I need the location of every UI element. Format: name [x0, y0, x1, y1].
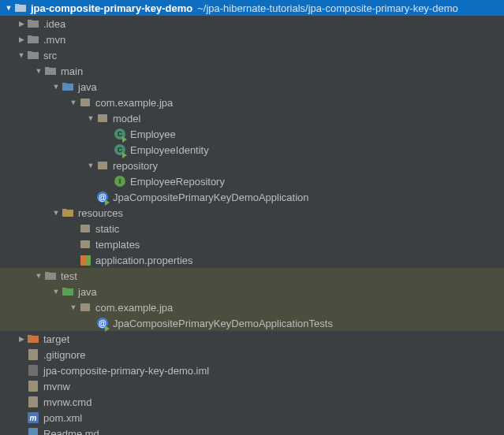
- tree-row-pkg-model[interactable]: ▼ model: [0, 110, 504, 126]
- package-icon: [79, 96, 91, 109]
- chevron-down-icon[interactable]: ▼: [85, 114, 96, 122]
- chevron-down-icon[interactable]: ▼: [33, 272, 44, 280]
- chevron-down-icon[interactable]: ▼: [50, 209, 62, 217]
- tree-row-templates[interactable]: templates: [0, 236, 504, 252]
- package-icon: [96, 159, 109, 172]
- chevron-down-icon[interactable]: ▼: [68, 303, 79, 311]
- tree-row-pkg-repository[interactable]: ▼ repository: [0, 158, 504, 173]
- tree-row-main[interactable]: ▼ main: [0, 63, 504, 79]
- chevron-down-icon[interactable]: ▼: [16, 51, 27, 59]
- interface-icon: I: [114, 175, 126, 188]
- file-icon: [27, 380, 39, 392]
- tree-row-mvn[interactable]: ▶ .mvn: [0, 32, 504, 47]
- package-icon: [96, 112, 109, 125]
- folder-icon: [27, 17, 39, 30]
- tree-row-static[interactable]: static: [0, 221, 504, 236]
- tree-row-readme[interactable]: Readme.md: [0, 426, 504, 435]
- tree-row-pom[interactable]: m pom.xml: [0, 410, 504, 426]
- properties-icon: [79, 254, 91, 266]
- root-path: ~/jpa-hibernate-tutorials/jpa-composite-…: [197, 2, 458, 14]
- tree-row-test[interactable]: ▼ test: [0, 268, 504, 284]
- tree-row-app-class[interactable]: @ JpaCompositePrimaryKeyDemoApplication: [0, 189, 504, 205]
- source-folder-icon: [62, 80, 74, 93]
- file-icon: [27, 396, 39, 408]
- tree-row-employee-repository[interactable]: I EmployeeRepository: [0, 173, 504, 189]
- tree-row-iml[interactable]: jpa-composite-primary-key-demo.iml: [0, 362, 504, 378]
- folder-icon: [27, 33, 39, 46]
- tree-row-java[interactable]: ▼ java: [0, 79, 504, 95]
- root-name: jpa-composite-primary-key-demo: [31, 2, 192, 14]
- spring-class-icon: @: [96, 191, 109, 203]
- tree-row-employee-identity[interactable]: C EmployeeIdentity: [0, 142, 504, 158]
- file-icon: [27, 348, 39, 361]
- chevron-right-icon[interactable]: ▶: [16, 335, 27, 343]
- tree-row-gitignore[interactable]: .gitignore: [0, 347, 504, 362]
- chevron-down-icon[interactable]: ▼: [85, 162, 96, 169]
- chevron-right-icon[interactable]: ▶: [16, 20, 27, 28]
- folder-icon: [14, 2, 27, 14]
- test-source-folder-icon: [62, 285, 74, 298]
- chevron-down-icon[interactable]: ▼: [50, 83, 62, 91]
- chevron-right-icon[interactable]: ▶: [16, 35, 27, 43]
- folder-icon: [44, 270, 57, 282]
- tree-row-pkg-example[interactable]: ▼ com.example.jpa: [0, 95, 504, 110]
- maven-icon: m: [27, 411, 39, 424]
- package-icon: [79, 222, 91, 235]
- chevron-down-icon[interactable]: ▼: [50, 288, 62, 296]
- resources-folder-icon: [62, 206, 74, 219]
- tree-row-src[interactable]: ▼ src: [0, 47, 504, 63]
- tree-row-app-properties[interactable]: application.properties: [0, 252, 504, 268]
- tree-row-app-tests[interactable]: @ JpaCompositePrimaryKeyDemoApplicationT…: [0, 315, 504, 331]
- project-tree[interactable]: ▼ jpa-composite-primary-key-demo ~/jpa-h…: [0, 0, 504, 435]
- tree-row-target[interactable]: ▶ target: [0, 331, 504, 347]
- tree-row-test-pkg[interactable]: ▼ com.example.jpa: [0, 299, 504, 315]
- excluded-folder-icon: [27, 333, 39, 345]
- tree-row-test-java[interactable]: ▼ java: [0, 284, 504, 299]
- module-file-icon: [27, 364, 39, 377]
- package-icon: [79, 301, 91, 314]
- markdown-file-icon: [27, 427, 39, 435]
- chevron-down-icon[interactable]: ▼: [68, 99, 79, 106]
- chevron-down-icon[interactable]: ▼: [33, 67, 44, 75]
- folder-icon: [44, 65, 57, 77]
- chevron-down-icon[interactable]: ▼: [3, 4, 14, 12]
- tree-row-employee[interactable]: C Employee: [0, 126, 504, 142]
- class-icon: C: [114, 128, 126, 140]
- tree-row-root[interactable]: ▼ jpa-composite-primary-key-demo ~/jpa-h…: [0, 0, 504, 16]
- package-icon: [79, 238, 91, 251]
- class-icon: C: [114, 143, 126, 156]
- tree-row-mvnw[interactable]: mvnw: [0, 378, 504, 394]
- tree-row-mvnw-cmd[interactable]: mvnw.cmd: [0, 394, 504, 410]
- spring-class-icon: @: [96, 317, 109, 329]
- tree-row-idea[interactable]: ▶ .idea: [0, 16, 504, 32]
- tree-row-resources[interactable]: ▼ resources: [0, 205, 504, 221]
- folder-icon: [27, 49, 39, 61]
